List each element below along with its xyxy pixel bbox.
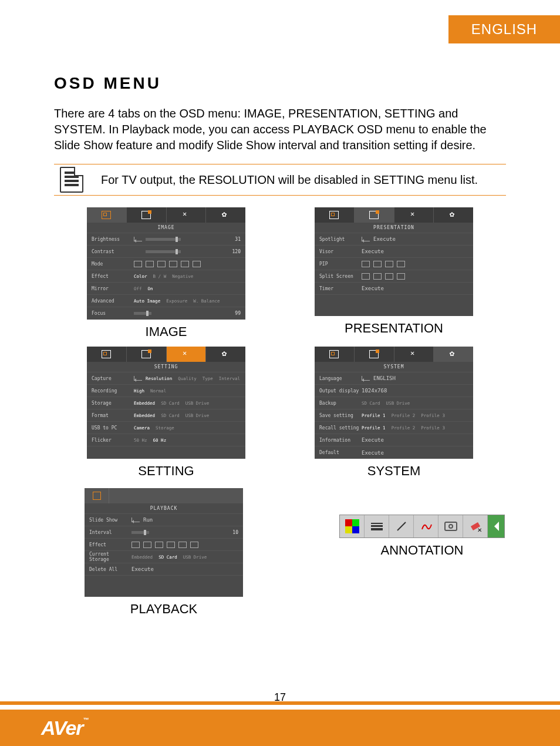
opt[interactable]: USB Drive: [386, 401, 410, 406]
opt[interactable]: Profile 2: [392, 425, 416, 431]
opt[interactable]: Type: [203, 376, 213, 381]
contrast-slider[interactable]: [146, 250, 181, 253]
opt[interactable]: SD Card: [362, 401, 380, 406]
tab-presentation[interactable]: [355, 207, 394, 223]
row-pb-effect[interactable]: Effect: [85, 539, 243, 551]
opt[interactable]: USB Drive: [185, 413, 210, 418]
row-advanced[interactable]: Advanced Auto ImageExposureW. Balance: [87, 295, 245, 307]
opt[interactable]: 60 Hz: [153, 438, 167, 443]
opt[interactable]: Execute: [362, 285, 384, 291]
opt[interactable]: Off: [134, 286, 142, 291]
row-timer[interactable]: TimerExecute: [315, 283, 473, 295]
row-default[interactable]: DefaultExecute: [315, 446, 473, 459]
split-icon[interactable]: [385, 273, 393, 280]
effect-icon[interactable]: [167, 542, 175, 548]
mode-icon[interactable]: [146, 261, 154, 267]
opt[interactable]: USB Drive: [183, 555, 207, 560]
row-slideshow[interactable]: Slide ShowRun: [85, 514, 243, 526]
row-backup[interactable]: BackupSD CardUSB Drive: [315, 397, 473, 409]
tab-image[interactable]: [87, 207, 127, 223]
opt[interactable]: Quality: [178, 376, 197, 381]
row-save[interactable]: Save settingProfile 1Profile 2Profile 3: [315, 409, 473, 422]
opt[interactable]: 1024x768: [362, 388, 387, 394]
row-mirror[interactable]: Mirror OffOn: [87, 283, 245, 295]
opt[interactable]: SD Card: [161, 401, 180, 406]
row-focus[interactable]: Focus 99: [87, 307, 245, 320]
tab-setting[interactable]: [394, 347, 434, 362]
mode-icon[interactable]: [181, 261, 189, 267]
tab-system[interactable]: [206, 207, 245, 223]
tab-playback[interactable]: [85, 488, 109, 503]
opt[interactable]: Storage: [156, 425, 174, 431]
anno-capture[interactable]: [438, 515, 463, 537]
opt[interactable]: On: [148, 286, 153, 291]
row-usb[interactable]: USB to PCCameraStorage: [87, 422, 245, 434]
opt[interactable]: Profile 2: [392, 413, 416, 418]
opt[interactable]: Camera: [134, 425, 150, 431]
opt[interactable]: Execute: [362, 437, 384, 443]
row-recording[interactable]: RecordingHighNormal: [87, 385, 245, 397]
row-info[interactable]: InformationExecute: [315, 434, 473, 446]
opt[interactable]: Exposure: [166, 298, 187, 304]
tab-presentation[interactable]: [127, 207, 167, 223]
anno-color-picker[interactable]: [340, 515, 365, 537]
anno-line-tool[interactable]: [389, 515, 414, 537]
mode-icon[interactable]: [134, 261, 142, 267]
effect-icon[interactable]: [190, 542, 198, 548]
opt[interactable]: Execute: [131, 566, 154, 572]
opt[interactable]: High: [134, 388, 144, 394]
opt[interactable]: Profile 1: [362, 425, 386, 431]
row-format[interactable]: FormatEmbeddedSD CardUSB Drive: [87, 409, 245, 422]
opt[interactable]: B / W: [153, 274, 167, 279]
tab-system[interactable]: [434, 207, 473, 223]
opt[interactable]: SD Card: [161, 413, 180, 418]
opt[interactable]: W. Balance: [193, 298, 220, 304]
opt[interactable]: Auto Image: [134, 298, 160, 304]
split-icon[interactable]: [397, 273, 405, 280]
opt[interactable]: Execute: [362, 248, 384, 254]
tab-system[interactable]: [434, 347, 473, 362]
mode-icon[interactable]: [157, 261, 166, 267]
split-icon[interactable]: [362, 273, 370, 280]
opt[interactable]: Color: [134, 274, 147, 279]
tab-setting[interactable]: [167, 207, 207, 223]
opt[interactable]: Interval: [219, 376, 240, 381]
row-spotlight[interactable]: SpotlightExecute: [315, 233, 473, 246]
tab-setting[interactable]: [167, 347, 207, 362]
row-output[interactable]: Output display1024x768: [315, 385, 473, 397]
opt[interactable]: Negative: [172, 274, 193, 279]
opt[interactable]: Normal: [150, 388, 166, 394]
row-language[interactable]: LanguageENGLISH: [315, 372, 473, 385]
row-brightness[interactable]: Brightness 31: [87, 233, 245, 246]
row-capture[interactable]: CaptureResolutionQualityTypeInterval: [87, 372, 245, 385]
anno-freehand-tool[interactable]: [414, 515, 438, 537]
mode-icon[interactable]: [169, 261, 177, 267]
pip-icon[interactable]: [397, 261, 405, 267]
focus-slider[interactable]: [134, 312, 151, 315]
row-mode[interactable]: Mode: [87, 258, 245, 270]
opt[interactable]: Embedded: [134, 401, 155, 406]
opt[interactable]: 50 Hz: [134, 438, 147, 443]
interval-slider[interactable]: [131, 531, 149, 534]
row-interval[interactable]: Interval10: [85, 526, 243, 539]
tab-image[interactable]: [315, 347, 355, 362]
anno-back[interactable]: [488, 515, 504, 537]
row-effect[interactable]: Effect ColorB / WNegative: [87, 270, 245, 283]
opt[interactable]: USB Drive: [185, 401, 210, 406]
tab-image[interactable]: [87, 347, 127, 362]
pip-icon[interactable]: [373, 261, 382, 267]
effect-icon[interactable]: [178, 542, 187, 548]
row-visor[interactable]: VisorExecute: [315, 246, 473, 258]
opt[interactable]: Execute: [373, 236, 396, 242]
row-split[interactable]: Split Screen: [315, 270, 473, 283]
brightness-slider[interactable]: [146, 238, 181, 241]
mode-icon[interactable]: [193, 261, 201, 267]
row-flicker[interactable]: Flicker50 Hz60 Hz: [87, 434, 245, 446]
opt[interactable]: Embedded: [131, 555, 153, 560]
row-pip[interactable]: PIP: [315, 258, 473, 270]
opt[interactable]: SD Card: [158, 555, 177, 560]
opt[interactable]: Profile 1: [362, 413, 386, 418]
row-storage[interactable]: StorageEmbeddedSD CardUSB Drive: [87, 397, 245, 409]
row-recall[interactable]: Recall settingProfile 1Profile 2Profile …: [315, 422, 473, 434]
opt[interactable]: Embedded: [134, 413, 155, 418]
